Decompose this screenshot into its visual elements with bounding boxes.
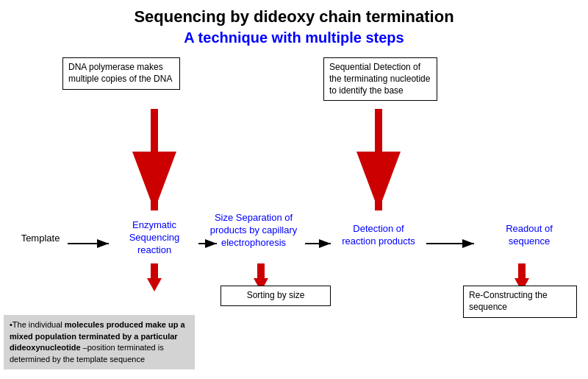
- label-size-sep: Size Separation of products by capillary…: [209, 212, 298, 249]
- footnote-text: •The individual molecules produced make …: [10, 320, 185, 363]
- box-dna: DNA polymerase makes multiple copies of …: [62, 57, 180, 89]
- box-sorting: Sorting by size: [220, 286, 331, 306]
- box-sequential: Sequential Detection of the terminating …: [323, 57, 437, 101]
- subtitle: A technique with multiple steps: [0, 29, 588, 46]
- label-enzymatic: Enzymatic Sequencing reaction: [114, 219, 195, 257]
- svg-marker-8: [147, 278, 162, 291]
- footnote-box: •The individual molecules produced make …: [4, 315, 195, 369]
- main-title: Sequencing by dideoxy chain termination: [0, 7, 588, 26]
- label-readout: Readout of sequence: [489, 223, 570, 248]
- label-template: Template: [15, 233, 66, 245]
- label-detection: Detection of reaction products: [338, 223, 419, 248]
- box-reconstructing: Re-Constructing the sequence: [463, 286, 577, 317]
